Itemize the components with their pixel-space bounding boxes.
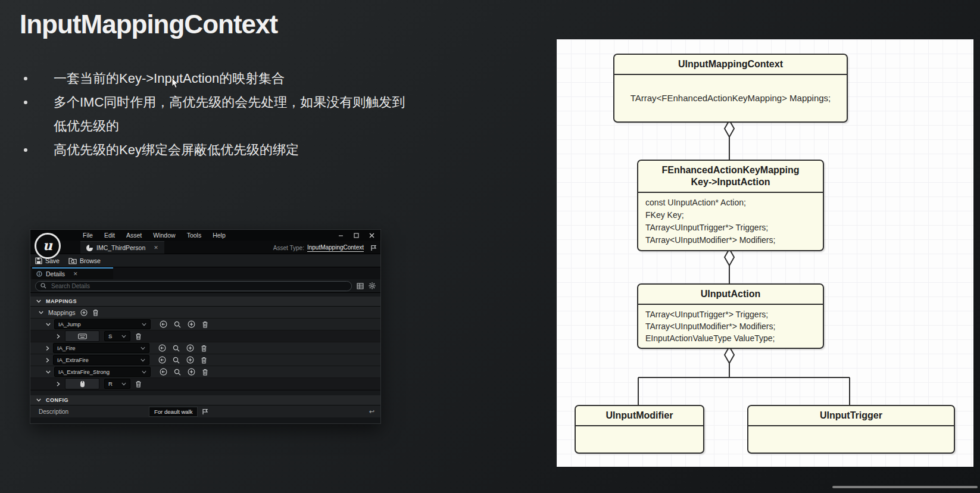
browse-button[interactable]: Browse	[68, 257, 101, 264]
browse-folder-icon	[68, 257, 77, 264]
member-line: TArray<UInputTrigger*> Triggers;	[645, 308, 816, 320]
add-element-icon[interactable]	[80, 309, 88, 316]
key-select[interactable]: S	[104, 331, 130, 341]
description-row: Description For deault walk ↩	[30, 405, 380, 417]
delete-element-icon[interactable]	[202, 321, 208, 328]
minimize-icon[interactable]	[338, 233, 344, 238]
menu-asset[interactable]: Asset	[126, 232, 142, 239]
key-value: R	[108, 380, 113, 387]
browse-to-asset-icon[interactable]	[173, 345, 180, 352]
chevron-right-icon[interactable]	[46, 358, 49, 363]
member-line: TArray<FEnhancedActionKeyMapping> Mappin…	[631, 92, 831, 105]
chevron-down-icon	[141, 358, 145, 362]
bullet-item: 高优先级的Key绑定会屏蔽低优先级的绑定	[23, 138, 407, 162]
spacer	[30, 390, 380, 395]
use-selected-asset-icon[interactable]	[158, 356, 166, 364]
chevron-right-icon[interactable]	[46, 346, 49, 351]
member-line: FKey Key;	[645, 209, 816, 221]
favorite-flag-icon[interactable]	[370, 245, 377, 251]
details-tab-bar: Details ✕	[30, 267, 380, 279]
chevron-right-icon[interactable]	[57, 334, 60, 339]
class-title: UInputMappingContext	[614, 55, 847, 75]
menu-tools[interactable]: Tools	[187, 232, 202, 239]
clear-array-trash-icon[interactable]	[92, 309, 99, 316]
page-title: InputMappingContext	[20, 10, 277, 39]
row-actions	[158, 356, 207, 364]
slide: InputMappingContext 一套当前的Key->InputActio…	[0, 0, 980, 493]
key-picker-button[interactable]	[65, 330, 99, 342]
mapping-row-ia-extrafire: IA_ExtraFire	[30, 354, 380, 366]
class-title: UInputAction	[638, 285, 823, 305]
use-selected-asset-icon[interactable]	[160, 320, 167, 328]
chevron-down-icon[interactable]	[46, 370, 51, 374]
bullet-dot	[24, 77, 27, 80]
input-action-select[interactable]: IA_Jump	[54, 319, 151, 329]
delete-element-icon[interactable]	[201, 357, 207, 364]
class-members: const UInputAction* Action; FKey Key; TA…	[638, 193, 823, 250]
delete-key-icon[interactable]	[135, 380, 142, 388]
browse-to-asset-icon[interactable]	[174, 369, 181, 376]
chevron-down-icon[interactable]	[46, 323, 51, 326]
save-icon	[35, 257, 42, 264]
details-tab[interactable]: Details ✕	[32, 267, 113, 279]
delete-element-icon[interactable]	[201, 345, 207, 352]
bullet-list: 一套当前的Key->InputAction的映射集合 多个IMC同时作用，高优先…	[23, 67, 407, 162]
menu-window[interactable]: Window	[153, 232, 175, 239]
browse-to-asset-icon[interactable]	[174, 321, 181, 328]
input-action-value: IA_ExtraFire	[57, 357, 89, 363]
chevron-down-icon	[141, 347, 145, 350]
unreal-editor-window: u File Edit Asset Window Tools Help IMC_…	[30, 229, 381, 424]
key-select[interactable]: R	[104, 379, 130, 389]
class-members: TArray<UInputTrigger*> Triggers; TArray<…	[638, 305, 823, 348]
browse-label: Browse	[80, 257, 101, 264]
insert-element-icon[interactable]	[186, 356, 194, 364]
key-binding-row: S	[30, 330, 380, 342]
description-field[interactable]: For deault walk	[149, 407, 198, 417]
insert-element-icon[interactable]	[186, 344, 194, 352]
settings-gear-icon[interactable]	[369, 282, 376, 289]
mapping-row-ia-extrafire-strong: IA_ExtraFire_Strong	[30, 366, 380, 378]
delete-key-icon[interactable]	[135, 333, 142, 340]
chevron-down-icon[interactable]	[39, 311, 43, 314]
use-selected-asset-icon[interactable]	[160, 368, 167, 376]
insert-element-icon[interactable]	[188, 320, 195, 328]
chevron-right-icon[interactable]	[57, 382, 60, 386]
class-members-empty	[748, 426, 954, 453]
uml-diagram-panel: UInputMappingContext TArray<FEnhancedAct…	[557, 39, 973, 467]
chevron-down-icon	[142, 370, 146, 374]
maximize-icon[interactable]	[354, 233, 359, 238]
search-input[interactable]	[50, 282, 347, 290]
delete-element-icon[interactable]	[202, 369, 208, 376]
search-box	[35, 281, 352, 291]
input-action-select[interactable]: IA_ExtraFire	[53, 355, 149, 365]
asset-tab[interactable]: IMC_ThirdPerson ✕	[80, 241, 164, 254]
details-close-icon[interactable]: ✕	[73, 271, 78, 277]
tab-close-icon[interactable]: ✕	[154, 245, 158, 251]
close-icon[interactable]	[369, 233, 374, 238]
footer-divider-line	[832, 486, 978, 488]
bullet-text: 一套当前的Key->InputAction的映射集合	[54, 71, 285, 86]
menu-edit[interactable]: Edit	[104, 232, 115, 239]
member-line: TArray<UInputModifier*> Modifiers;	[645, 320, 816, 332]
use-selected-asset-icon[interactable]	[158, 344, 166, 352]
menu-file[interactable]: File	[83, 232, 93, 239]
insert-element-icon[interactable]	[188, 368, 195, 376]
mappings-section-header[interactable]: MAPPINGS	[30, 297, 380, 307]
key-picker-button[interactable]	[65, 378, 99, 389]
config-section-header[interactable]: CONFIG	[30, 395, 380, 405]
config-section-label: CONFIG	[46, 397, 68, 403]
class-members: TArray<FEnhancedActionKeyMapping> Mappin…	[614, 75, 847, 121]
display-filter-grid-icon[interactable]	[357, 283, 364, 289]
menu-help[interactable]: Help	[213, 232, 226, 239]
chevron-down-icon	[121, 382, 126, 386]
browse-to-asset-icon[interactable]	[173, 357, 180, 364]
reset-to-default-icon[interactable]: ↩	[369, 408, 374, 416]
chevron-down-icon	[121, 335, 126, 338]
asset-pie-icon	[86, 245, 93, 251]
input-action-select[interactable]: IA_Fire	[53, 343, 149, 353]
input-action-select[interactable]: IA_ExtraFire_Strong	[54, 367, 151, 377]
key-binding-row: R	[30, 378, 380, 390]
editor-toolbar: Save Browse	[30, 254, 380, 267]
mappings-array-label: Mappings	[48, 309, 76, 316]
class-subtitle: Key->InputAction	[691, 176, 770, 188]
